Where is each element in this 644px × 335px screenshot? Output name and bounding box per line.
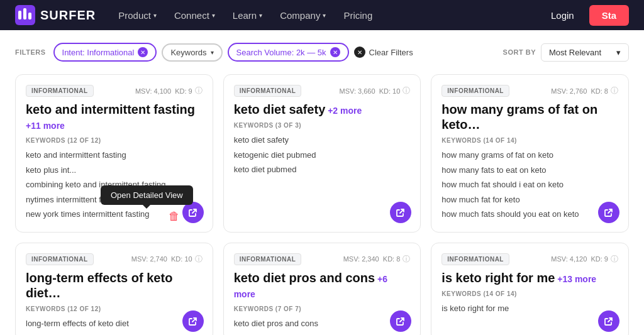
keyword-item: keto and intermittent fasting <box>26 148 203 163</box>
chevron-down-icon: ▾ <box>212 12 215 19</box>
clear-filters-button[interactable]: ✕ Clear Filters <box>354 47 413 58</box>
keywords-label: KEYWORDS (12 OF 12) <box>26 137 203 144</box>
sort-right: SORT BY Most Relevant ▾ <box>503 43 629 62</box>
sort-select[interactable]: Most Relevant ▾ <box>541 43 629 62</box>
card-title: keto diet pros and cons +6 more <box>234 270 411 300</box>
keyword-item: how much fats should you eat on keto <box>441 207 618 222</box>
navbar: SURFER Product ▾ Connect ▾ Learn ▾ Compa… <box>0 0 644 30</box>
keyword-item: keto diet pubmed <box>234 162 411 177</box>
open-article-button[interactable] <box>598 202 619 223</box>
info-icon: ⓘ <box>195 85 203 96</box>
keyword-item: keto plus int... <box>26 163 203 178</box>
card-top: INFORMATIONAL MSV: 4,100 KD: 9 ⓘ <box>26 85 203 97</box>
remove-intent-icon[interactable]: ✕ <box>138 47 148 57</box>
chevron-down-icon: ▾ <box>259 12 262 19</box>
logo[interactable]: SURFER <box>15 5 96 25</box>
keyword-item: long-term effects of keto diet <box>26 316 203 331</box>
card-top: INFORMATIONAL MSV: 3,660 KD: 10 ⓘ <box>234 85 411 97</box>
keywords-label: KEYWORDS (3 OF 3) <box>234 122 411 129</box>
card-badge: INFORMATIONAL <box>441 253 509 265</box>
chevron-down-icon: ▾ <box>211 49 214 56</box>
card-badge: INFORMATIONAL <box>26 253 94 265</box>
keyword-item: how much fat should i eat on keto <box>441 177 618 192</box>
start-button[interactable]: Sta <box>589 5 629 26</box>
keywords-label: KEYWORDS (7 OF 7) <box>234 305 411 312</box>
keyword-item: keto diet pros and cons <box>234 316 411 331</box>
card-title: keto diet safety +2 more <box>234 102 411 117</box>
card-top: INFORMATIONAL MSV: 2,760 KD: 8 ⓘ <box>441 85 618 97</box>
keyword-item: keto diet safety <box>234 133 411 148</box>
nav-item-learn[interactable]: Learn ▾ <box>225 5 270 26</box>
card-top: INFORMATIONAL MSV: 2,740 KD: 10 ⓘ <box>26 253 203 265</box>
more-tag: +6 more <box>234 274 387 299</box>
open-article-button[interactable] <box>390 202 411 223</box>
card-meta: MSV: 2,740 KD: 10 ⓘ <box>131 254 203 265</box>
logo-text: SURFER <box>40 8 96 23</box>
main-content: FILTERS Intent: Informational ✕ Keywords… <box>0 30 644 335</box>
info-icon: ⓘ <box>402 85 410 96</box>
card-badge: INFORMATIONAL <box>234 253 302 265</box>
open-article-button[interactable] <box>182 310 204 332</box>
keyword-item: ketogenic diet pubmed <box>234 148 411 163</box>
chevron-down-icon: ▾ <box>153 12 157 19</box>
more-tag: +2 more <box>325 106 362 116</box>
card-meta: MSV: 4,100 KD: 9 ⓘ <box>135 85 203 96</box>
filters-row: FILTERS Intent: Informational ✕ Keywords… <box>15 43 629 62</box>
filter-search-volume[interactable]: Search Volume: 2k — 5k ✕ <box>228 43 349 62</box>
x-circle-icon: ✕ <box>354 47 365 58</box>
nav-item-connect[interactable]: Connect ▾ <box>167 5 223 26</box>
card-meta: MSV: 3,660 KD: 10 ⓘ <box>340 85 411 96</box>
info-icon: ⓘ <box>611 254 618 265</box>
info-icon: ⓘ <box>195 254 203 265</box>
open-detailed-view-tooltip: Open Detailed View <box>101 185 193 205</box>
external-link-icon <box>604 207 614 217</box>
more-tag: +13 more <box>555 274 596 284</box>
chevron-down-icon: ▾ <box>616 48 621 57</box>
filters-left: FILTERS Intent: Informational ✕ Keywords… <box>15 43 413 62</box>
filter-keywords[interactable]: Keywords ▾ <box>162 43 222 62</box>
card-badge: INFORMATIONAL <box>26 85 94 97</box>
delete-icon[interactable]: 🗑 <box>169 210 180 223</box>
external-link-icon <box>604 316 614 326</box>
card-item[interactable]: INFORMATIONAL MSV: 3,660 KD: 10 ⓘ keto d… <box>223 74 421 233</box>
nav-item-company[interactable]: Company ▾ <box>272 5 333 26</box>
svg-rect-3 <box>28 13 31 19</box>
svg-rect-1 <box>18 11 21 19</box>
sort-label: SORT BY <box>503 48 536 56</box>
keywords-label: KEYWORDS (14 OF 14) <box>441 290 618 297</box>
external-link-icon <box>396 316 406 326</box>
card-item[interactable]: INFORMATIONAL MSV: 4,100 KD: 9 ⓘ keto an… <box>15 74 213 233</box>
card-title: is keto right for me +13 more <box>441 270 618 285</box>
external-link-icon <box>188 207 198 217</box>
remove-volume-icon[interactable]: ✕ <box>330 47 340 57</box>
keyword-item: how much fat for keto <box>441 192 618 207</box>
keyword-item: is keto right for me <box>441 301 618 316</box>
more-tag: +11 more <box>26 121 65 131</box>
nav-items: Product ▾ Connect ▾ Learn ▾ Company ▾ Pr… <box>111 5 543 26</box>
card-item[interactable]: INFORMATIONAL MSV: 4,120 KD: 9 ⓘ is keto… <box>431 243 629 336</box>
nav-item-pricing[interactable]: Pricing <box>336 5 380 26</box>
open-article-button[interactable] <box>598 310 619 332</box>
card-item[interactable]: INFORMATIONAL MSV: 2,760 KD: 8 ⓘ how man… <box>431 74 629 233</box>
filter-intent[interactable]: Intent: Informational ✕ <box>53 43 157 62</box>
nav-right: Login Sta <box>543 5 629 26</box>
card-title: how many grams of fat on keto… <box>441 102 618 132</box>
card-meta: MSV: 2,340 KD: 8 ⓘ <box>343 254 411 265</box>
keywords-label: KEYWORDS (14 OF 14) <box>441 137 618 144</box>
chevron-down-icon: ▾ <box>323 12 326 19</box>
keywords-label: KEYWORDS (12 OF 12) <box>26 305 203 312</box>
external-link-icon <box>188 316 198 326</box>
card-top: INFORMATIONAL MSV: 4,120 KD: 9 ⓘ <box>441 253 618 265</box>
card-top: INFORMATIONAL MSV: 2,340 KD: 8 ⓘ <box>234 253 411 265</box>
nav-item-product[interactable]: Product ▾ <box>111 5 164 26</box>
info-icon: ⓘ <box>402 254 410 265</box>
keyword-item: how many grams of fat on keto <box>441 148 618 163</box>
external-link-icon <box>396 207 406 217</box>
card-title: long-term effects of keto diet… <box>26 270 203 300</box>
card-item[interactable]: INFORMATIONAL MSV: 2,740 KD: 10 ⓘ long-t… <box>15 243 213 336</box>
surfer-logo-icon <box>15 5 35 25</box>
card-badge: INFORMATIONAL <box>234 85 302 97</box>
login-button[interactable]: Login <box>543 6 582 25</box>
card-item[interactable]: INFORMATIONAL MSV: 2,340 KD: 8 ⓘ keto di… <box>223 243 421 336</box>
keyword-item: how many fats to eat on keto <box>441 163 618 178</box>
